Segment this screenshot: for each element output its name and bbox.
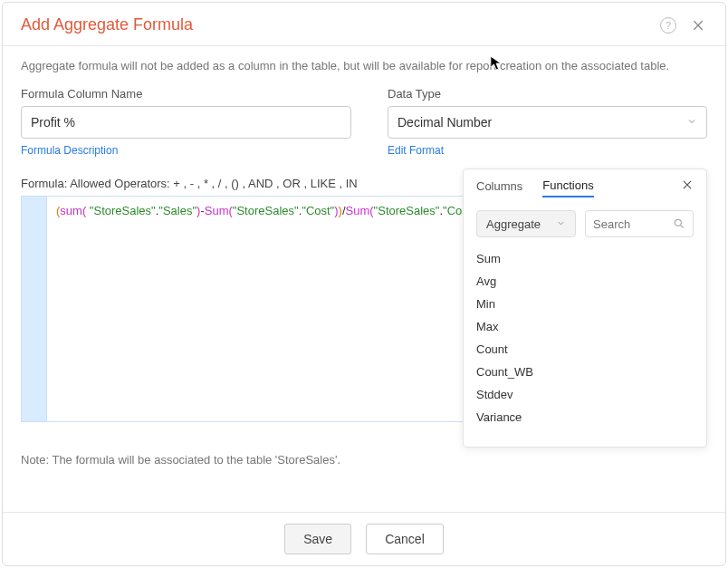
tok: "StoreSales" [374, 204, 440, 217]
panel-tabs: Columns Functions [476, 178, 694, 197]
tok: "Sales" [158, 204, 196, 217]
tok: "StoreSales" [90, 204, 156, 217]
dialog: Add Aggregate Formula ? Aggregate formul… [2, 2, 726, 566]
header-actions: ? [660, 16, 707, 34]
data-type-value: Decimal Number [398, 115, 492, 130]
note-text: Note: The formula will be associated to … [21, 453, 707, 467]
tok: "Cost" [302, 204, 334, 217]
formula-name-input[interactable] [21, 106, 351, 139]
dialog-header: Add Aggregate Formula ? [3, 3, 725, 46]
dialog-title: Add Aggregate Formula [21, 15, 193, 34]
search-input[interactable] [593, 217, 673, 231]
data-type-label: Data Type [388, 87, 707, 101]
tok: sum( [60, 204, 86, 217]
function-item[interactable]: Count_WB [476, 361, 694, 382]
function-item[interactable]: Sum [476, 248, 694, 269]
function-item[interactable]: Stddev [476, 384, 694, 405]
function-item[interactable]: Max [476, 316, 694, 337]
function-item[interactable]: Avg [476, 271, 694, 292]
svg-point-0 [675, 219, 681, 226]
panel-close-icon[interactable] [681, 178, 694, 194]
formula-name-label: Formula Column Name [21, 87, 351, 101]
formula-code[interactable]: (sum( "StoreSales"."Sales")-Sum("StoreSa… [47, 197, 512, 421]
function-item[interactable]: Count [476, 339, 694, 360]
data-type-select[interactable]: Decimal Number [388, 106, 707, 139]
info-text: Aggregate formula will not be added as a… [21, 59, 707, 72]
edit-format-link[interactable]: Edit Format [388, 144, 707, 157]
panel-filter-row: Aggregate [476, 210, 694, 237]
editor-gutter [22, 197, 47, 421]
field-row: Formula Column Name Formula Description … [21, 87, 707, 157]
category-select[interactable]: Aggregate [476, 210, 576, 237]
function-item[interactable]: Min [476, 294, 694, 314]
data-type-col: Data Type Decimal Number Edit Format [388, 87, 707, 157]
category-value: Aggregate [486, 217, 541, 231]
tab-functions[interactable]: Functions [542, 178, 593, 197]
tok: "StoreSales" [233, 204, 299, 217]
chevron-down-icon [686, 115, 697, 130]
help-icon[interactable]: ? [660, 17, 676, 34]
chevron-down-icon [556, 217, 566, 231]
function-list: Sum Avg Min Max Count Count_WB Stddev Va… [476, 248, 694, 428]
tok: Sum( [346, 204, 374, 217]
tab-columns[interactable]: Columns [476, 179, 522, 197]
close-icon[interactable] [689, 16, 707, 34]
search-wrapper [585, 210, 694, 237]
dialog-footer: Save Cancel [3, 512, 725, 565]
formula-description-link[interactable]: Formula Description [21, 144, 351, 157]
save-button[interactable]: Save [284, 524, 351, 554]
functions-panel: Columns Functions Aggregate [463, 168, 707, 448]
search-icon [673, 217, 685, 230]
function-item[interactable]: Variance [476, 407, 694, 428]
tok: Sum( [205, 204, 233, 217]
formula-name-col: Formula Column Name Formula Description [21, 87, 351, 157]
cancel-button[interactable]: Cancel [366, 524, 444, 554]
